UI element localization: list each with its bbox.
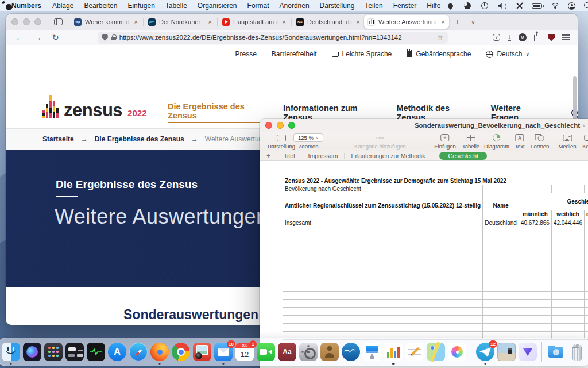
- cell[interactable]: [519, 308, 551, 316]
- menu-ablage[interactable]: Ablage: [47, 2, 79, 10]
- cell[interactable]: [584, 243, 588, 251]
- cell[interactable]: [483, 227, 519, 235]
- cell[interactable]: [483, 185, 519, 193]
- maps-dock-icon[interactable]: [427, 343, 445, 361]
- diagramm-button[interactable]: Diagramm: [484, 133, 509, 150]
- mission-control-dock-icon[interactable]: [65, 343, 84, 361]
- lock-icon[interactable]: [111, 37, 116, 40]
- cell[interactable]: [584, 283, 588, 292]
- menu-organisieren[interactable]: Organisieren: [192, 2, 242, 10]
- cell[interactable]: [483, 259, 519, 267]
- cell[interactable]: [584, 292, 588, 300]
- cell-weiblich-value[interactable]: 42.044.446: [551, 218, 584, 227]
- spotlight-icon[interactable]: [584, 2, 588, 10]
- dictionary-dock-icon[interactable]: Aa: [278, 343, 296, 361]
- user-icon[interactable]: [568, 2, 575, 10]
- do-not-disturb-icon[interactable]: [464, 2, 471, 9]
- close-tab-icon[interactable]: ×: [134, 18, 138, 25]
- sheet-tab-erlaeuterungen[interactable]: Erläuterungen zur Methodik: [351, 152, 425, 159]
- close-window-button[interactable]: [11, 18, 18, 25]
- browser-tab-1[interactable]: tkp Woher kommt die Angst vor Ru ×: [71, 15, 142, 29]
- cell[interactable]: [584, 185, 588, 193]
- spreadsheet-canvas[interactable]: Zensus 2022 - Ausgewählte Ergebnisse zur…: [260, 161, 588, 367]
- menu-anordnen[interactable]: Anordnen: [274, 2, 315, 10]
- cell-insgesamt[interactable]: Insgesamt: [283, 218, 483, 227]
- photos-dock-icon[interactable]: [448, 343, 466, 361]
- clock-icon[interactable]: [481, 2, 488, 9]
- menu-tabelle[interactable]: Tabelle: [160, 2, 192, 10]
- cell[interactable]: [483, 243, 519, 251]
- siri-dock-icon[interactable]: [23, 343, 41, 361]
- zoom-control[interactable]: 125 % ∨ Zoomen: [293, 133, 323, 150]
- cell[interactable]: [483, 235, 519, 243]
- close-tab-icon[interactable]: ×: [441, 18, 446, 25]
- header-regionalschluessel[interactable]: Amtlicher Regionalschlüssel zum Zensusst…: [283, 193, 483, 218]
- breadcrumb-ergebnisse[interactable]: Die Ergebnisse des Zensus: [95, 135, 184, 143]
- cell[interactable]: [551, 251, 584, 259]
- cell[interactable]: [584, 316, 588, 324]
- pencil-off-icon[interactable]: [516, 2, 523, 10]
- cell-divers-value[interactable]: 969: [584, 218, 588, 227]
- cell[interactable]: [483, 324, 519, 332]
- close-tab-icon[interactable]: ×: [282, 18, 287, 25]
- openoffice-dock-icon[interactable]: [342, 343, 360, 361]
- telegram-dock-icon[interactable]: 12: [476, 343, 494, 361]
- minimize-window-button[interactable]: [23, 18, 30, 25]
- menu-fenster[interactable]: Fenster: [388, 2, 422, 10]
- cell[interactable]: [483, 308, 519, 316]
- cell[interactable]: [584, 259, 588, 267]
- header-maennlich[interactable]: männlich: [519, 210, 551, 218]
- bookmark-star-icon[interactable]: ☆: [437, 33, 443, 41]
- language-selector[interactable]: Deutsch ∨: [486, 50, 529, 58]
- cell[interactable]: [551, 283, 584, 292]
- launchpad-dock-icon[interactable]: [44, 343, 63, 361]
- cell[interactable]: [283, 316, 483, 324]
- cell[interactable]: [551, 259, 584, 267]
- trash-dock-icon[interactable]: [568, 343, 586, 361]
- breadcrumb-startseite[interactable]: Startseite: [42, 135, 74, 143]
- cell[interactable]: [283, 300, 483, 308]
- calendar-dock-icon[interactable]: 1 JUL 12: [235, 343, 254, 361]
- sheet-tab-geschlecht-active[interactable]: Geschlecht: [439, 152, 487, 160]
- cell[interactable]: [551, 316, 584, 324]
- menu-format[interactable]: Format: [242, 2, 274, 10]
- sheet-tab-titel[interactable]: Titel: [284, 152, 295, 159]
- cell[interactable]: [283, 324, 483, 332]
- minimize-window-button[interactable]: [277, 122, 284, 129]
- finder-dock-icon[interactable]: [2, 343, 20, 361]
- cell[interactable]: [519, 275, 551, 283]
- einfuegen-button[interactable]: + Einfügen: [434, 133, 456, 150]
- header-weiblich[interactable]: weiblich: [551, 210, 584, 218]
- table-title-cell[interactable]: Zensus 2022 - Ausgewählte Ergebnisse zur…: [283, 177, 588, 185]
- zoom-window-button[interactable]: [34, 18, 41, 25]
- cell[interactable]: [584, 300, 588, 308]
- zoom-value-button[interactable]: 125 % ∨: [293, 133, 323, 142]
- chrome-dock-icon[interactable]: [172, 343, 190, 361]
- cell[interactable]: [551, 324, 584, 332]
- cell[interactable]: [551, 267, 584, 275]
- text-button[interactable]: A Text: [514, 133, 524, 150]
- cell[interactable]: [519, 316, 551, 324]
- add-sheet-button[interactable]: +: [266, 152, 270, 160]
- cell[interactable]: [519, 300, 551, 308]
- cell[interactable]: [283, 275, 483, 283]
- header-geschlecht[interactable]: Geschlecht: [519, 193, 588, 210]
- cell[interactable]: [519, 227, 551, 235]
- menu-hilfe[interactable]: Hilfe: [421, 2, 446, 10]
- forward-button[interactable]: →: [29, 33, 47, 42]
- cell[interactable]: [483, 251, 519, 259]
- cell[interactable]: [283, 259, 483, 267]
- cell[interactable]: [551, 227, 584, 235]
- sidebar-toggle-icon[interactable]: [54, 18, 63, 25]
- contacts-dock-icon[interactable]: [320, 343, 339, 361]
- wifi-icon[interactable]: [551, 3, 559, 9]
- cell[interactable]: [519, 324, 551, 332]
- cell[interactable]: [551, 185, 584, 193]
- cell[interactable]: [519, 283, 551, 292]
- activity-monitor-dock-icon[interactable]: [87, 343, 105, 361]
- v-extension-icon[interactable]: V: [519, 33, 527, 41]
- app-store-dock-icon[interactable]: A: [108, 343, 126, 361]
- facetime-dock-icon[interactable]: [257, 343, 275, 361]
- url-text[interactable]: https://www.zensus2022.de/DE/Ergebnisse-…: [119, 34, 434, 41]
- cell[interactable]: [283, 251, 483, 259]
